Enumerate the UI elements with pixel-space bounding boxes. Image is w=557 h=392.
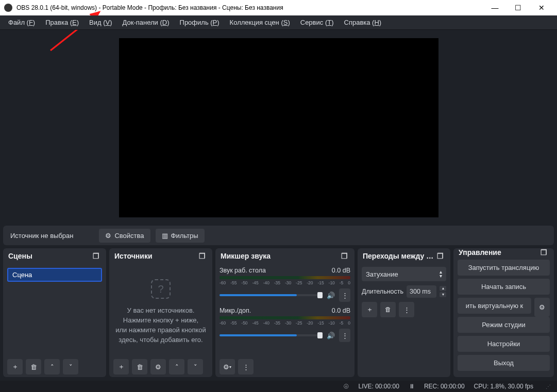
mixer-title: Микшер звука <box>221 252 271 260</box>
menu-вид[interactable]: Вид (V) <box>84 16 117 28</box>
preview-area <box>0 30 557 226</box>
window-title: OBS 28.0.1 (64-bit, windows) - Portable … <box>16 4 483 11</box>
maximize-button[interactable]: ☐ <box>507 0 530 15</box>
menu-правка[interactable]: Правка (E) <box>40 16 84 28</box>
transition-menu-button[interactable]: ⋮ <box>399 302 414 317</box>
popout-icon[interactable]: ❐ <box>541 248 549 257</box>
duration-stepper[interactable]: ▴▾ <box>440 286 446 297</box>
menu-bar: Файл (F)Правка (E)Вид (V)Док-панели (D)П… <box>0 15 557 30</box>
add-source-button[interactable]: ＋ <box>113 359 129 374</box>
vu-meter <box>220 276 350 279</box>
source-info-bar: Источник не выбран ⚙ Свойства ▥ Фильтры <box>3 226 554 245</box>
mixer-menu-button[interactable]: ⋮ <box>238 359 254 374</box>
gear-icon: ⚙ <box>105 232 111 240</box>
mixer-channel: Звук раб. стола0.0 dB-60-55-50-45-40-35-… <box>220 267 350 302</box>
scenes-title: Сцены <box>8 252 32 260</box>
status-bar: ⦾ LIVE: 00:00:00 ⏸ REC: 00:00:00 CPU: 1.… <box>0 381 557 392</box>
popout-icon[interactable]: ❐ <box>93 252 101 260</box>
scene-item[interactable]: Сцена <box>7 268 102 282</box>
add-scene-button[interactable]: ＋ <box>7 359 23 374</box>
volume-slider[interactable] <box>220 294 323 296</box>
menu-профиль[interactable]: Профиль (P) <box>175 16 225 28</box>
channel-menu-button[interactable]: ⋮ <box>339 329 350 342</box>
delete-source-button[interactable]: 🗑 <box>132 359 147 374</box>
source-up-button[interactable]: ˄ <box>169 359 184 374</box>
source-down-button[interactable]: ˅ <box>188 359 203 374</box>
scene-down-button[interactable]: ˅ <box>63 359 78 374</box>
filters-button[interactable]: ▥ Фильтры <box>156 229 205 243</box>
add-transition-button[interactable]: ＋ <box>362 302 377 317</box>
question-icon: ? <box>151 279 171 299</box>
chevron-updown-icon: ▴▾ <box>440 270 442 278</box>
settings-button[interactable]: Настройки <box>458 336 550 352</box>
status-rec: REC: 00:00:00 <box>424 383 465 390</box>
vu-meter <box>220 316 350 319</box>
no-source-label: Источник не выбран <box>10 232 73 240</box>
network-icon: ⦾ <box>344 383 349 390</box>
duration-input[interactable] <box>407 285 436 298</box>
controls-title: Управление <box>459 248 501 257</box>
start-record-button[interactable]: Начать запись <box>458 279 550 295</box>
start-stream-button[interactable]: Запустить трансляцию <box>458 260 550 276</box>
studio-mode-button[interactable]: Режим студии <box>458 317 550 333</box>
delete-scene-button[interactable]: 🗑 <box>26 359 41 374</box>
scene-up-button[interactable]: ˄ <box>44 359 60 374</box>
channel-level: 0.0 dB <box>332 307 350 314</box>
channel-name: Звук раб. стола <box>220 267 266 274</box>
delete-transition-button[interactable]: 🗑 <box>380 302 396 317</box>
status-cpu: CPU: 1.8%, 30.00 fps <box>474 383 533 390</box>
source-settings-button[interactable]: ⚙ <box>150 359 166 374</box>
transitions-title: Переходы между … <box>363 252 433 260</box>
controls-panel: Управление ❐ Запустить трансляцию Начать… <box>453 248 554 377</box>
popout-icon[interactable]: ❐ <box>341 252 349 260</box>
menu-коллекция сцен[interactable]: Коллекция сцен (S) <box>225 16 295 28</box>
menu-док-панели[interactable]: Док-панели (D) <box>117 16 175 28</box>
meter-ticks: -60-55-50-45-40-35-30-25-20-15-10-50 <box>220 280 350 285</box>
audio-mixer-panel: Микшер звука ❐ Звук раб. стола0.0 dB-60-… <box>215 248 355 377</box>
menu-справка[interactable]: Справка (H) <box>339 16 387 28</box>
transitions-panel: Переходы между … ❐ Затухание ▴▾ Длительн… <box>358 248 450 377</box>
speaker-icon[interactable]: 🔊 <box>327 292 335 299</box>
sources-panel: Источники ❐ ? У вас нет источников. Нажм… <box>109 248 212 377</box>
popout-icon[interactable]: ❐ <box>199 252 207 260</box>
window-titlebar: OBS 28.0.1 (64-bit, windows) - Portable … <box>0 0 557 15</box>
transition-select[interactable]: Затухание ▴▾ <box>362 267 446 281</box>
mixer-advanced-button[interactable]: ⚙▾ <box>220 359 235 374</box>
mixer-channel: Микр./доп.0.0 dB-60-55-50-45-40-35-30-25… <box>220 307 350 342</box>
filters-icon: ▥ <box>162 232 168 240</box>
scenes-panel: Сцены ❐ Сцена ＋ 🗑 ˄ ˅ <box>3 248 106 377</box>
resize-grip-icon[interactable]: ⋰ <box>546 384 551 389</box>
channel-menu-button[interactable]: ⋮ <box>339 288 350 302</box>
volume-slider[interactable] <box>220 334 323 336</box>
preview-canvas[interactable] <box>119 38 438 217</box>
speaker-icon[interactable]: 🔊 <box>327 332 335 339</box>
obs-logo-icon <box>4 4 12 12</box>
sources-title: Источники <box>114 252 153 260</box>
duration-label: Длительность <box>362 288 403 295</box>
status-live: LIVE: 00:00:00 <box>358 383 399 390</box>
virtual-cam-button[interactable]: ить виртуальную к <box>458 298 531 314</box>
exit-button[interactable]: Выход <box>458 355 550 371</box>
popout-icon[interactable]: ❐ <box>437 252 445 260</box>
channel-name: Микр./доп. <box>220 307 251 314</box>
minimize-button[interactable]: — <box>483 0 507 15</box>
properties-button[interactable]: ⚙ Свойства <box>99 229 150 243</box>
meter-ticks: -60-55-50-45-40-35-30-25-20-15-10-50 <box>220 320 350 326</box>
menu-файл[interactable]: Файл (F) <box>3 16 40 28</box>
channel-level: 0.0 dB <box>332 267 350 274</box>
sources-empty-hint: ? У вас нет источников. Нажмите кнопку +… <box>113 267 208 345</box>
pause-icon: ⏸ <box>409 383 415 390</box>
menu-сервис[interactable]: Сервис (T) <box>295 16 339 28</box>
close-button[interactable]: ✕ <box>530 0 553 15</box>
virtual-cam-settings-button[interactable]: ⚙ <box>534 298 550 317</box>
